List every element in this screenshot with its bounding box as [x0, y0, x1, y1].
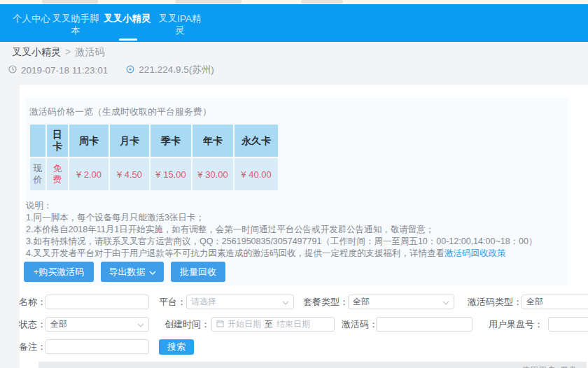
date-end-placeholder: 结束日期 [276, 318, 310, 330]
buy-code-button[interactable]: +购买激活码 [24, 262, 94, 282]
package-type-label: 套餐类型： [303, 295, 349, 309]
location-icon [126, 65, 134, 76]
price-panel-title: 激活码价格一览（生成时收取的平台服务费） [29, 106, 211, 118]
price-week-card: ¥ 2.00 [69, 158, 108, 190]
remark-label: 备注： [19, 339, 46, 354]
clock-icon [8, 65, 17, 76]
export-data-label: 导出数据 [109, 266, 146, 278]
session-meta: 2019-07-18 11:23:01 221.224.9.5(苏州) [8, 64, 214, 76]
col-header-week-card: 周卡 [69, 125, 108, 157]
price-table-data-row: 现价 免费 ¥ 2.00 ¥ 4.50 ¥ 15.00 ¥ 30.00 ¥ 40… [30, 158, 278, 190]
breadcrumb: 叉叉小精灵>激活码 [12, 46, 104, 59]
name-label: 名称： [19, 295, 46, 309]
price-table: 日卡 周卡 月卡 季卡 年卡 永久卡 现价 免费 ¥ 2.00 ¥ 4.50 ¥… [29, 123, 279, 192]
code-type-select[interactable]: 全部 [522, 295, 588, 309]
calendar-icon [216, 320, 224, 330]
name-input[interactable] [46, 295, 149, 309]
col-header-year-card: 年卡 [192, 125, 233, 157]
date-range-picker[interactable]: 开始日期 至 结束日期 [211, 317, 335, 332]
login-ip: 221.224.9.5(苏州) [139, 64, 214, 76]
price-quarter-card: ¥ 15.00 [150, 158, 191, 190]
note-line-4: 4.叉叉开发者平台对于由于用户退款等不可抗力因素造成的激活码回收，提供一定程度的… [26, 248, 566, 260]
notes-heading: 说明： [26, 200, 566, 212]
breadcrumb-current: 激活码 [75, 46, 104, 57]
package-type-select[interactable]: 全部 [348, 295, 454, 309]
code-type-value: 全部 [526, 296, 588, 308]
active-tab-underline [119, 38, 137, 41]
platform-select-placeholder: 请选择 [191, 296, 282, 308]
tab-remnant [301, 0, 343, 3]
remark-input[interactable] [46, 339, 149, 354]
batch-recycle-button[interactable]: 批量回收 [171, 262, 225, 282]
row-label-current-price: 现价 [30, 158, 46, 190]
chevron-down-icon [149, 267, 156, 277]
price-year-card: ¥ 30.00 [192, 158, 233, 190]
results-table-header-partial: 使用用户+果盘 [38, 362, 587, 368]
date-range-separator: 至 [265, 318, 273, 330]
nav-item-script[interactable]: 叉叉助手脚本 [50, 13, 101, 36]
price-day-card: 免费 [47, 158, 68, 190]
recycle-policy-link[interactable]: 激活码回收政策 [444, 248, 506, 258]
nav-item-sprite-active[interactable]: 叉叉小精灵 [104, 13, 151, 24]
price-table-corner-cell [30, 125, 46, 157]
tab-remnant [175, 0, 241, 3]
chevron-down-icon [137, 320, 144, 330]
code-type-label: 激活码类型： [468, 295, 522, 309]
guopan-label: 用户果盘号： [489, 317, 543, 332]
breadcrumb-separator: > [65, 46, 71, 57]
create-time-label: 创建时间： [164, 317, 210, 332]
nav-item-ipa[interactable]: 叉叉IPA精灵 [157, 13, 203, 36]
top-navbar: 个人中心 叉叉助手脚本 叉叉小精灵 叉叉IPA精灵 [0, 4, 588, 42]
code-label: 激活码： [342, 317, 378, 332]
note-line-4-text: 4.叉叉开发者平台对于由于用户退款等不可抗力因素造成的激活码回收，提供一定程度的… [26, 248, 444, 258]
breadcrumb-section[interactable]: 叉叉小精灵 [12, 46, 61, 57]
results-partial-header-text: 使用用户+果盘 [522, 365, 577, 368]
search-button[interactable]: 搜索 [159, 339, 194, 355]
note-line-1: 1.同一脚本，每个设备每月只能激活3张日卡； [26, 212, 566, 224]
price-month-card: ¥ 4.50 [110, 158, 149, 190]
chevron-down-icon [442, 297, 449, 307]
status-value: 全部 [50, 318, 137, 330]
date-start-placeholder: 开始日期 [227, 318, 261, 330]
note-line-2: 2.本价格自2018年11月1日开始实施，如有调整，会第一时间通过平台公告或开发… [26, 224, 566, 236]
price-table-header-row: 日卡 周卡 月卡 季卡 年卡 永久卡 [30, 125, 278, 157]
note-line-3: 3.如有特殊情况，请联系叉叉官方运营商议，QQ：2561950835/30574… [26, 236, 566, 248]
status-label: 状态： [19, 317, 46, 332]
col-header-day-card: 日卡 [47, 125, 68, 157]
price-forever-card: ¥ 40.00 [234, 158, 278, 190]
chevron-down-icon [282, 297, 289, 307]
platform-label: 平台： [159, 295, 186, 309]
platform-select[interactable]: 请选择 [186, 295, 294, 309]
notes-block: 说明： 1.同一脚本，每个设备每月只能激活3张日卡； 2.本价格自2018年11… [26, 200, 566, 260]
status-select[interactable]: 全部 [46, 317, 149, 332]
action-button-row: +购买激活码 导出数据 批量回收 [24, 262, 225, 282]
guopan-input[interactable] [548, 317, 588, 332]
tab-remnant [42, 0, 98, 3]
code-input[interactable] [376, 317, 472, 332]
nav-item-personal-center[interactable]: 个人中心 [13, 13, 50, 24]
login-datetime: 2019-07-18 11:23:01 [21, 65, 108, 76]
col-header-forever-card: 永久卡 [234, 125, 278, 157]
col-header-quarter-card: 季卡 [150, 125, 191, 157]
col-header-month-card: 月卡 [110, 125, 149, 157]
package-type-value: 全部 [353, 296, 442, 308]
export-data-button[interactable]: 导出数据 [101, 262, 164, 282]
